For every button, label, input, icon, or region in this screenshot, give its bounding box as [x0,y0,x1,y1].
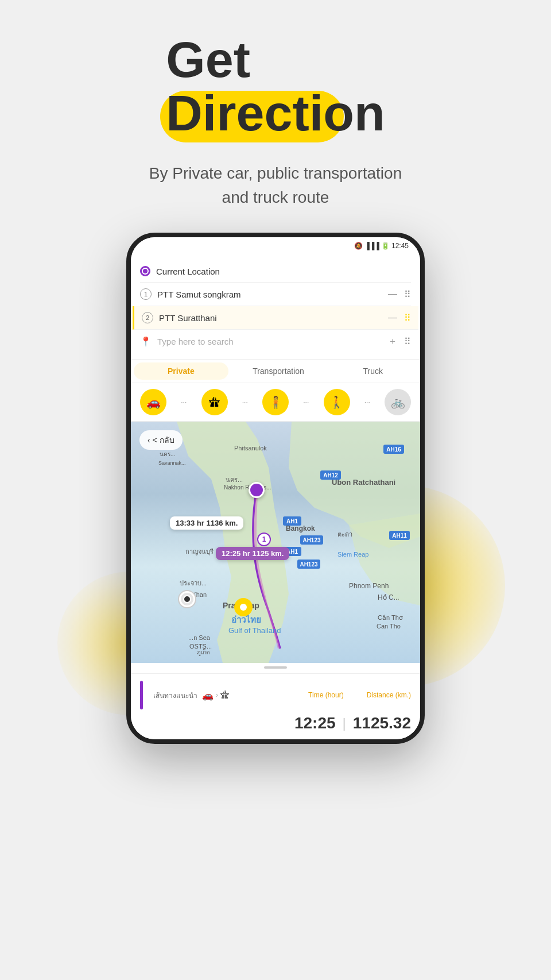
svg-text:Cần Thơ: Cần Thơ [378,614,403,621]
time-display: 12:45 [391,242,409,250]
back-chevron-icon: ‹ [148,435,150,445]
time-header: Time (hour) [308,691,344,699]
battery-icon: 🔋 [381,242,390,250]
svg-text:Phnom Penh: Phnom Penh [349,582,389,590]
stop2-minus-icon[interactable]: — [388,312,397,323]
svg-text:AH123: AH123 [302,537,321,543]
destination-marker [233,597,254,626]
time-value: 12:25 [294,714,336,732]
stop2-actions: — ⠿ [388,312,411,323]
stop1-minus-icon[interactable]: — [388,289,397,299]
svg-point-37 [240,604,247,611]
stop2-number: 2 [142,312,153,323]
svg-text:Ubon Ratchathani: Ubon Ratchathani [332,478,395,487]
svg-text:Savannak...: Savannak... [158,460,186,466]
car-icon: 🚗 [146,395,161,409]
current-location-text: Current Location [156,267,411,276]
car-btn[interactable]: 🚗 [140,389,166,415]
current-location-dot [140,266,150,276]
svg-text:AH123: AH123 [300,561,318,568]
current-marker-inner [183,595,191,603]
svg-text:Bangkok: Bangkok [286,524,315,533]
bottom-summary: เส้นทางแนะนำ 🚗 › 🛣 Time (hour) Distance … [131,673,420,739]
status-bar: 🔕 ▐▐▐ 🔋 12:45 [131,237,420,254]
mode-tabs: Private Transportation Truck [131,360,420,383]
current-location-row[interactable]: Current Location [140,260,411,283]
drag-handle[interactable] [264,666,287,669]
bike-icon: 🚲 [391,395,405,409]
tab-transportation[interactable]: Transportation [231,360,326,383]
svg-rect-0 [383,445,404,454]
map-svg: AH16 AH12 AH1 AH123 AH11 AH1 AH123 Ubon … [131,422,420,663]
distance-header: Distance (km.) [367,691,411,699]
svg-text:Gulf of Thailand: Gulf of Thailand [228,626,281,635]
walk-icon: 🚶 [329,395,344,409]
svg-text:ประจวบ...: ประจวบ... [180,580,207,587]
dots-1: ··· [169,398,199,406]
svg-text:AH16: AH16 [386,446,401,453]
svg-rect-6 [300,535,323,545]
svg-text:ภูเก็ต: ภูเก็ต [197,648,210,656]
search-panel: Current Location 1 PTT Samut songkram — … [131,254,420,360]
header-section: Get Direction By Private car, public tra… [0,0,551,233]
svg-text:AH12: AH12 [323,472,338,479]
search-actions: ＋ ⠿ [388,335,411,348]
bike-btn[interactable]: 🚲 [385,389,411,415]
car-route-icons: 🚗 › 🛣 [202,690,230,701]
summary-chevron-icon: › [216,691,218,699]
svg-text:Can Tho: Can Tho [377,623,401,630]
stop2-grid-icon[interactable]: ⠿ [404,312,411,323]
title-direction-wrapper: Direction [166,88,385,138]
transport-icons-row: 🚗 ··· 🛣 ··· 🧍 ··· 🚶 ··· 🚲 [131,383,420,422]
distance-section: 1125.32 [353,714,411,732]
toll-btn[interactable]: 🛣 [201,389,228,415]
title-get: Get [166,34,250,85]
status-icons: 🔕 ▐▐▐ 🔋 12:45 [354,242,409,250]
route-bubble-1: 13:33 hr 1136 km. [170,516,243,530]
distance-value: 1125.32 [353,714,411,732]
title-direction: Direction [166,84,385,141]
stop2-row[interactable]: 2 PTT Suratthani — ⠿ [133,306,418,330]
summary-values: 12:25 | 1125.32 [140,714,411,732]
dots-4: ··· [352,398,383,406]
back-button[interactable]: ‹ < กลับ [139,430,183,450]
svg-text:นคร...: นคร... [226,476,243,483]
dots-3: ··· [291,398,321,406]
search-placeholder: Type here to search [157,337,382,346]
tab-truck[interactable]: Truck [325,360,420,383]
summary-divider: | [343,715,346,731]
grid-icon[interactable]: ⠿ [404,336,411,347]
svg-text:...n Sea: ...n Sea [188,634,211,641]
svg-text:Phitsanulok: Phitsanulok [234,445,267,452]
stop1-text: PTT Samut songkram [157,290,382,299]
phone-wrapper: 🔕 ▐▐▐ 🔋 12:45 Current Location 1 PTT Sam… [92,233,459,744]
route-bubble-2: 12:25 hr 1125 km. [216,547,289,560]
route2-label: 12:25 hr 1125 km. [222,549,284,558]
back-text: < กลับ [153,434,174,446]
walk-btn[interactable]: 🚶 [324,389,350,415]
stop2-text: PTT Suratthani [159,313,382,323]
search-input-row[interactable]: 📍 Type here to search ＋ ⠿ [140,330,411,353]
person-icon: 🧍 [269,395,283,409]
purple-bar [140,681,143,709]
svg-rect-2 [320,470,341,480]
svg-text:นคร...: นคร... [160,451,175,457]
stop1-grid-icon[interactable]: ⠿ [404,289,411,300]
svg-rect-4 [283,516,301,526]
add-icon[interactable]: ＋ [388,335,397,348]
stop1-row[interactable]: 1 PTT Samut songkram — ⠿ [140,283,411,306]
person-btn[interactable]: 🧍 [262,389,289,415]
start-marker [249,482,265,498]
map-area[interactable]: AH16 AH12 AH1 AH123 AH11 AH1 AH123 Ubon … [131,422,420,663]
svg-text:OSTS...: OSTS... [189,643,212,650]
svg-text:AH1: AH1 [286,518,298,524]
stop1-actions: — ⠿ [388,289,411,300]
svg-text:AH11: AH11 [392,533,407,539]
drag-handle-container [131,663,420,669]
waypoint-1-label: 1 [262,535,266,543]
tab-private[interactable]: Private [134,362,228,380]
time-section: 12:25 [294,714,336,732]
summary-car-icon: 🚗 [202,690,214,701]
summary-route-label: เส้นทางแนะนำ [153,690,197,701]
signal-icon: 🔕 [354,242,363,250]
